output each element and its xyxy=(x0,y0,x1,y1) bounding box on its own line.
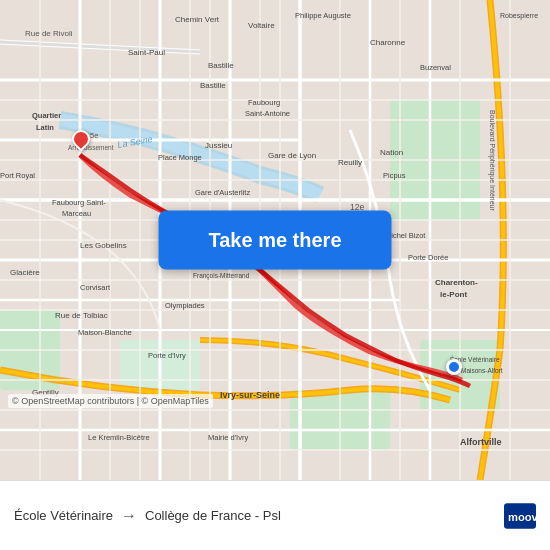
svg-text:Nation: Nation xyxy=(380,148,403,157)
map-container: Rue de Rivoli Voltaire Philippe Auguste … xyxy=(0,0,550,480)
bottom-bar: École Vétérinaire → Collège de France - … xyxy=(0,480,550,550)
svg-text:Porte Dorée: Porte Dorée xyxy=(408,253,448,262)
svg-text:Gare de Lyon: Gare de Lyon xyxy=(268,151,316,160)
svg-text:Philippe Auguste: Philippe Auguste xyxy=(295,11,351,20)
svg-text:François-Mitterrand: François-Mitterrand xyxy=(193,272,250,280)
svg-text:Les Gobelins: Les Gobelins xyxy=(80,241,127,250)
svg-text:Alfortville: Alfortville xyxy=(460,437,502,447)
svg-text:Bastille: Bastille xyxy=(200,81,226,90)
svg-text:Glacière: Glacière xyxy=(10,268,40,277)
svg-text:Boulevard Périphérique Intérie: Boulevard Périphérique Intérieur xyxy=(488,110,496,211)
svg-text:Faubourg: Faubourg xyxy=(248,98,280,107)
moovit-logo: moovit xyxy=(504,502,536,530)
svg-text:Saint-Antoine: Saint-Antoine xyxy=(245,109,290,118)
svg-text:Corvisart: Corvisart xyxy=(80,283,111,292)
svg-text:Rue de Tolbiac: Rue de Tolbiac xyxy=(55,311,108,320)
svg-text:Latin: Latin xyxy=(36,123,54,132)
destination-marker xyxy=(446,359,462,375)
svg-text:Bastille: Bastille xyxy=(208,61,234,70)
svg-text:Picpus: Picpus xyxy=(383,171,406,180)
svg-text:Chemin Vert: Chemin Vert xyxy=(175,15,220,24)
svg-text:Charonne: Charonne xyxy=(370,38,406,47)
svg-text:Porte d'Ivry: Porte d'Ivry xyxy=(148,351,186,360)
svg-text:moovit: moovit xyxy=(508,510,536,522)
take-me-there-button[interactable]: Take me there xyxy=(158,211,391,270)
svg-text:Le Kremlin-Bicêtre: Le Kremlin-Bicêtre xyxy=(88,433,150,442)
svg-text:Saint-Paul: Saint-Paul xyxy=(128,48,165,57)
route-arrow-icon: → xyxy=(121,507,137,525)
svg-text:Charenton-: Charenton- xyxy=(435,278,478,287)
svg-text:Rue de Rivoli: Rue de Rivoli xyxy=(25,29,73,38)
svg-text:Buzenval: Buzenval xyxy=(420,63,451,72)
svg-text:Maison-Blanche: Maison-Blanche xyxy=(78,328,132,337)
svg-text:Faubourg Saint-: Faubourg Saint- xyxy=(52,198,106,207)
svg-text:Ivry-sur-Seine: Ivry-sur-Seine xyxy=(220,390,280,400)
route-info: École Vétérinaire → Collège de France - … xyxy=(14,507,504,525)
svg-text:Mairie d'Ivry: Mairie d'Ivry xyxy=(208,433,248,442)
svg-text:Jussieu: Jussieu xyxy=(205,141,232,150)
map-attribution: © OpenStreetMap contributors | © OpenMap… xyxy=(8,394,213,408)
svg-text:Quartier: Quartier xyxy=(32,111,61,120)
svg-text:le-Pont: le-Pont xyxy=(440,290,467,299)
svg-text:Port Royal: Port Royal xyxy=(0,171,35,180)
svg-text:Place Monge: Place Monge xyxy=(158,153,202,162)
svg-text:Robespierre: Robespierre xyxy=(500,12,538,20)
svg-text:Voltaire: Voltaire xyxy=(248,21,275,30)
svg-text:Marceau: Marceau xyxy=(62,209,91,218)
route-to: Collège de France - Psl xyxy=(145,508,281,523)
svg-text:Olympiades: Olympiades xyxy=(165,301,205,310)
svg-text:Gare d'Austerlitz: Gare d'Austerlitz xyxy=(195,188,250,197)
svg-text:5e: 5e xyxy=(90,131,98,140)
route-from: École Vétérinaire xyxy=(14,508,113,523)
svg-text:Reuilly: Reuilly xyxy=(338,158,362,167)
